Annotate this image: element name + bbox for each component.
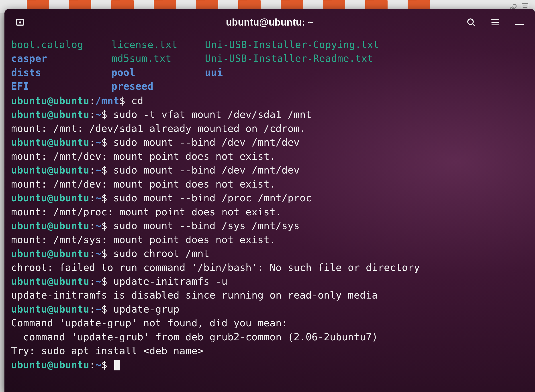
command-text: update-initramfs -u (113, 276, 228, 287)
command-text: sudo mount --bind /sys /mnt/sys (113, 220, 300, 231)
prompt-line: ubuntu@ubuntu:~$ sudo chroot /mnt (11, 247, 528, 261)
ls-entry: Uni-USB-Installer-Copying.txt (205, 38, 528, 52)
ls-entry: boot.catalog (11, 38, 111, 52)
output-line: mount: /mnt/dev: mount point does not ex… (11, 177, 528, 191)
ls-entry: md5sum.txt (111, 52, 205, 65)
prompt-path: ~ (95, 303, 101, 315)
ls-entry: pool (111, 66, 205, 79)
ls-entry: preseed (111, 79, 205, 93)
prompt-path: ~ (95, 220, 101, 231)
ls-entry: Uni-USB-Installer-Readme.txt (205, 52, 528, 65)
output-line: mount: /mnt/sys: mount point does not ex… (11, 233, 528, 247)
ls-entry: dists (11, 66, 111, 79)
titlebar: ubuntu@ubuntu: ~ (5, 9, 535, 36)
prompt-line: ubuntu@ubuntu:~$ sudo mount --bind /dev … (11, 163, 528, 177)
output-line: update-initramfs is disabled since runni… (11, 288, 528, 302)
prompt-path: ~ (95, 276, 101, 287)
prompt-user: ubuntu@ubuntu (11, 248, 89, 259)
output-line: chroot: failed to run command '/bin/bash… (11, 261, 528, 275)
prompt-path: ~ (95, 164, 101, 176)
prompt-user: ubuntu@ubuntu (11, 220, 89, 231)
window-title: ubuntu@ubuntu: ~ (226, 17, 314, 28)
output-line: Try: sudo apt install <deb name> (11, 344, 528, 358)
output-line: mount: /mnt/proc: mount point does not e… (11, 205, 528, 219)
prompt-user: ubuntu@ubuntu (11, 276, 89, 287)
prompt-line: ubuntu@ubuntu:~$ sudo mount --bind /sys … (11, 219, 528, 233)
terminal-window: ubuntu@ubuntu: ~ boot.catalog license.tx… (5, 9, 535, 392)
prompt-line: ubuntu@ubuntu:~$ (11, 358, 528, 372)
svg-point-3 (468, 19, 473, 24)
ls-entry: casper (11, 52, 111, 65)
new-tab-icon (15, 17, 25, 27)
prompt-path: ~ (95, 359, 101, 370)
prompt-user: ubuntu@ubuntu (11, 109, 89, 120)
ls-listing: boot.catalog license.txt Uni-USB-Install… (11, 38, 528, 93)
ls-entry: license.txt (111, 38, 205, 52)
prompt-user: ubuntu@ubuntu (11, 192, 89, 204)
command-text: sudo mount --bind /proc /mnt/proc (113, 192, 312, 204)
cursor (114, 360, 120, 370)
prompt-user: ubuntu@ubuntu (11, 137, 89, 148)
svg-line-4 (473, 24, 475, 26)
prompt-user: ubuntu@ubuntu (11, 359, 89, 370)
command-text: sudo -t vfat mount /dev/sda1 /mnt (113, 109, 312, 120)
prompt-line: ubuntu@ubuntu:/mnt$ cd (11, 94, 528, 108)
output-line: mount: /mnt/dev: mount point does not ex… (11, 149, 528, 163)
prompt-path: ~ (95, 137, 101, 148)
output-line: Command 'update-grup' not found, did you… (11, 316, 528, 330)
prompt-user: ubuntu@ubuntu (11, 303, 89, 315)
prompt-path: ~ (95, 192, 101, 204)
prompt-path: ~ (95, 109, 101, 120)
new-tab-button[interactable] (13, 17, 27, 28)
prompt-line: ubuntu@ubuntu:~$ update-grup (11, 302, 528, 316)
prompt-path: ~ (95, 248, 101, 259)
minimize-button[interactable] (515, 24, 524, 25)
prompt-line: ubuntu@ubuntu:~$ sudo -t vfat mount /dev… (11, 108, 528, 121)
prompt-line: ubuntu@ubuntu:~$ sudo mount --bind /proc… (11, 191, 528, 205)
hamburger-menu-icon[interactable] (491, 19, 499, 25)
ls-entry: EFI (11, 79, 111, 93)
output-line: command 'update-grub' from deb grub2-com… (11, 330, 528, 344)
command-text: sudo mount --bind /dev /mnt/dev (113, 164, 300, 176)
prompt-user: ubuntu@ubuntu (11, 164, 89, 176)
search-icon[interactable] (466, 18, 476, 27)
output-line: mount: /mnt: /dev/sda1 already mounted o… (11, 122, 528, 135)
prompt-user: ubuntu@ubuntu (11, 95, 89, 106)
ls-entry: uui (205, 66, 528, 79)
command-text: cd (131, 95, 143, 106)
terminal-output[interactable]: boot.catalog license.txt Uni-USB-Install… (5, 36, 535, 374)
prompt-line: ubuntu@ubuntu:~$ update-initramfs -u (11, 275, 528, 288)
prompt-line: ubuntu@ubuntu:~$ sudo mount --bind /dev … (11, 135, 528, 149)
command-text: update-grup (113, 303, 180, 315)
command-text: sudo mount --bind /dev /mnt/dev (113, 137, 300, 148)
command-text: sudo chroot /mnt (113, 248, 210, 259)
prompt-path: /mnt (95, 95, 119, 106)
